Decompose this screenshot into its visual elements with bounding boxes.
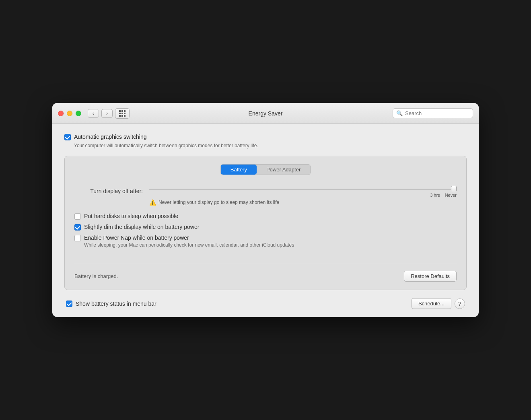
auto-graphics-row: Automatic graphics switching [64, 134, 467, 140]
main-content: Automatic graphics switching Your comput… [52, 124, 479, 317]
warning-row: ⚠️ Never letting your display go to slee… [149, 199, 457, 206]
dim-display-checkbox[interactable] [74, 224, 81, 231]
hard-disks-label: Put hard disks to sleep when possible [84, 213, 178, 219]
forward-button[interactable]: › [101, 109, 113, 118]
nav-buttons: ‹ › [88, 109, 113, 118]
checkboxes-group: Put hard disks to sleep when possible Sl… [74, 213, 457, 248]
warning-icon: ⚠️ [149, 199, 156, 206]
slider-label: Turn display off after: [74, 188, 143, 194]
slider-3hrs-label: 3 hrs [430, 193, 440, 198]
grid-view-button[interactable] [115, 108, 130, 119]
power-nap-row: Enable Power Nap while on battery power [74, 235, 457, 241]
dim-display-row: Slightly dim the display while on batter… [74, 224, 457, 231]
power-nap-checkbox[interactable] [74, 235, 81, 241]
slider-row: Turn display off after: 3 hrs Never [74, 185, 457, 198]
back-button[interactable]: ‹ [88, 109, 99, 118]
search-icon: 🔍 [396, 110, 403, 116]
tab-battery[interactable]: Battery [221, 165, 257, 175]
bottom-row: Show battery status in menu bar Schedule… [64, 298, 467, 309]
search-box[interactable]: 🔍 [393, 108, 473, 118]
display-sleep-slider[interactable] [149, 189, 457, 190]
window-title: Energy Saver [249, 110, 283, 117]
auto-graphics-checkbox[interactable] [64, 134, 71, 140]
show-battery-checkbox[interactable] [66, 301, 72, 307]
hard-disks-checkbox[interactable] [74, 213, 81, 220]
tab-footer: Battery is charged. Restore Defaults [74, 264, 457, 282]
search-input[interactable] [405, 110, 469, 116]
tab-container: Battery Power Adapter [220, 164, 311, 175]
tabs: Battery Power Adapter [74, 164, 457, 175]
warning-text: Never letting your display go to sleep m… [158, 200, 279, 205]
power-nap-desc: While sleeping, your Mac can periodicall… [84, 242, 457, 248]
grid-icon [119, 110, 126, 117]
slider-never-label: Never [445, 193, 457, 198]
tab-panel: Battery Power Adapter Turn display off a… [64, 156, 467, 290]
show-battery-label: Show battery status in menu bar [76, 301, 156, 307]
power-nap-section: Enable Power Nap while on battery power … [74, 235, 457, 248]
hard-disks-row: Put hard disks to sleep when possible [74, 213, 457, 220]
bottom-right: Schedule... ? [412, 298, 465, 309]
system-preferences-window: ‹ › Energy Saver 🔍 Automatic graphics sw… [52, 103, 479, 317]
slider-end-labels: 3 hrs Never [149, 193, 457, 198]
titlebar: ‹ › Energy Saver 🔍 [52, 103, 479, 124]
auto-graphics-label: Automatic graphics switching [74, 134, 147, 140]
minimize-button[interactable] [67, 111, 72, 116]
schedule-button[interactable]: Schedule... [412, 298, 451, 309]
help-button[interactable]: ? [455, 299, 465, 309]
restore-defaults-button[interactable]: Restore Defaults [404, 271, 457, 282]
traffic-lights [58, 111, 81, 116]
dim-display-label: Slightly dim the display while on batter… [84, 224, 199, 230]
auto-graphics-desc: Your computer will automatically switch … [74, 143, 467, 148]
tab-power-adapter[interactable]: Power Adapter [257, 165, 310, 175]
bottom-left: Show battery status in menu bar [66, 300, 156, 307]
close-button[interactable] [58, 111, 64, 116]
battery-status: Battery is charged. [74, 273, 118, 279]
slider-wrapper: 3 hrs Never [149, 185, 457, 198]
power-nap-label: Enable Power Nap while on battery power [84, 235, 189, 241]
zoom-button[interactable] [76, 111, 81, 116]
